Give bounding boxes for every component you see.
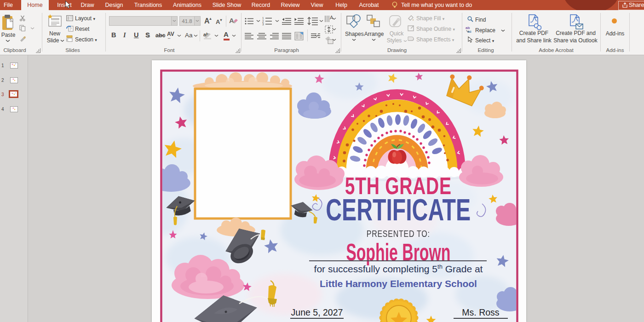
- svg-text:3: 3: [262, 23, 264, 25]
- svg-text:A: A: [229, 17, 234, 24]
